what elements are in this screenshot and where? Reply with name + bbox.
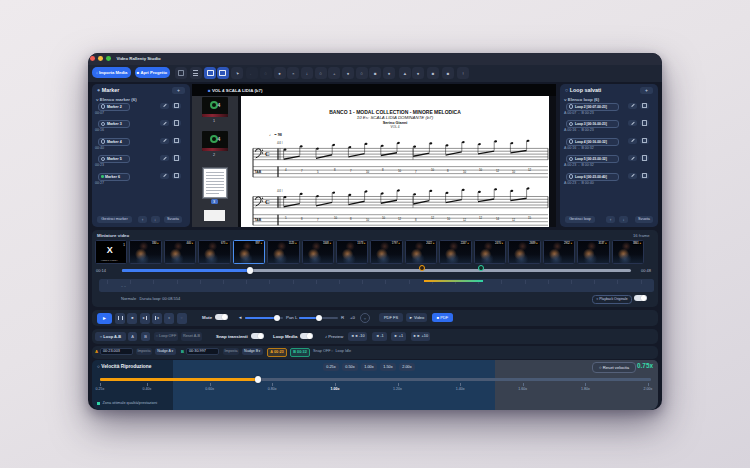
svg-text:10: 10 [447,217,451,221]
svg-text:TAB: TAB [255,170,262,174]
svg-text:10: 10 [398,169,402,173]
svg-text:14: 14 [496,217,500,221]
svg-text:12: 12 [528,168,532,172]
svg-text:10: 10 [382,216,386,220]
svg-text:12: 12 [496,169,500,173]
svg-text:12: 12 [512,218,516,222]
svg-text:10: 10 [431,168,435,172]
svg-text:10: 10 [334,216,338,220]
svg-text:10: 10 [463,170,467,174]
svg-text:TAB: TAB [255,218,262,222]
svg-text:10: 10 [366,170,370,174]
svg-text:12: 12 [431,216,435,220]
svg-text:10 Es: SCALA LIDIA DOMINANTE (: 10 Es: SCALA LIDIA DOMINANTE (b7) [357,115,434,120]
svg-text:10: 10 [479,168,483,172]
svg-text:15: 15 [528,216,532,220]
svg-text:12: 12 [479,216,483,220]
svg-text:4/4 I: 4/4 I [277,141,283,145]
svg-text:BANCO 1 - MODAL COLLECTION - M: BANCO 1 - MODAL COLLECTION - MINORE MELO… [329,109,461,115]
svg-text:12: 12 [398,217,402,221]
svg-text:C: C [265,198,270,205]
svg-text:4/4 I: 4/4 I [277,189,283,193]
svg-text:♩ = 98: ♩ = 98 [269,132,282,137]
svg-text:12: 12 [463,218,467,222]
svg-text:C: C [265,150,270,157]
svg-text:VOL 4: VOL 4 [391,125,400,129]
svg-text:10: 10 [512,170,516,174]
svg-text:10: 10 [366,218,370,222]
